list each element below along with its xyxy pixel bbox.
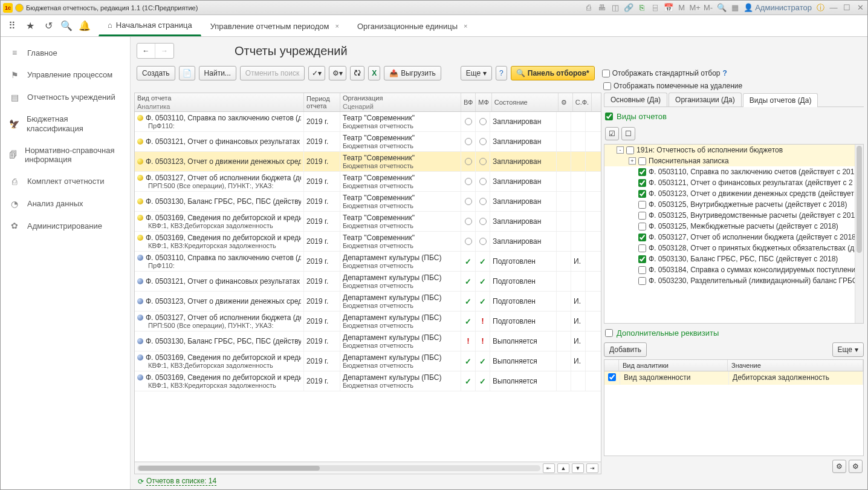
add-attr-button[interactable]: Добавить (604, 342, 647, 357)
tree-row[interactable]: Ф. 0503125, Внутрибюджетные расчеты (дей… (604, 199, 863, 210)
table-row[interactable]: Ф. 0503169, Сведения по дебиторской и кр… (135, 351, 601, 371)
leftnav-item-4[interactable]: 🗐Нормативно-справочная информация (1, 140, 130, 171)
maximize-icon[interactable]: ☐ (842, 3, 852, 13)
report-types-section-checkbox[interactable] (605, 113, 613, 120)
more-button[interactable]: Еще ▾ (461, 66, 492, 80)
tree-row[interactable]: Ф. 0503230, Разделительный (ликвидационн… (604, 275, 863, 286)
cancel-search-button[interactable]: Отменить поиск (240, 66, 305, 80)
refresh-status-icon[interactable]: ⟳ (138, 477, 144, 486)
tree-checkbox[interactable] (638, 277, 646, 285)
h-scrollbar[interactable] (137, 465, 540, 471)
leftnav-item-3[interactable]: 🦅Бюджетная классификация (1, 108, 130, 139)
leftnav-item-5[interactable]: ⎙Комплект отчетности (1, 171, 130, 193)
tree-row[interactable]: Ф. 0503184, Справка о суммах консолидиру… (604, 264, 863, 275)
search-icon[interactable]: 🔍 (57, 15, 76, 36)
tree-row[interactable]: +Пояснительная записка (604, 155, 863, 166)
nav-up-icon[interactable]: ▲ (557, 463, 569, 473)
leftnav-item-0[interactable]: ≡Главное (1, 42, 130, 64)
tree-checkbox[interactable] (626, 146, 634, 154)
tree-checkbox[interactable] (638, 266, 646, 274)
m-plus-icon[interactable]: M+ (690, 3, 700, 13)
tree-expand-icon[interactable]: + (629, 157, 636, 165)
bell-icon[interactable]: 🔔 (76, 15, 94, 36)
checklist-icon[interactable]: ✓▾ (308, 66, 325, 80)
favorite-icon[interactable]: ★ (21, 15, 39, 36)
tree-row[interactable]: -191н: Отчетность об исполнении бюджетов (604, 145, 863, 155)
app-menu-dropdown-icon[interactable] (15, 4, 24, 12)
grid-icon[interactable]: ▦ (730, 3, 740, 13)
export-button[interactable]: 📤 Выгрузить (384, 66, 441, 80)
tree-check-all-icon[interactable]: ☑ (605, 127, 619, 140)
tree-checkbox[interactable] (638, 223, 646, 230)
minimize-icon[interactable]: — (829, 3, 838, 13)
excel-icon[interactable]: X (368, 66, 380, 80)
table-row[interactable]: Ф. 0503121, Отчет о финансовых результат… (135, 272, 601, 292)
leftnav-item-1[interactable]: ⚑Управление процессом (1, 64, 130, 87)
attr-row-checkbox[interactable] (608, 373, 616, 381)
table-row[interactable]: Ф. 0503123, Отчет о движении денежных ср… (135, 292, 601, 312)
table-row[interactable]: Ф. 0503121, Отчет о финансовых результат… (135, 132, 601, 152)
tree-row[interactable]: Ф. 0503128, Отчет о принятых бюджетных о… (604, 243, 863, 253)
nav-first-icon[interactable]: ⇤ (543, 463, 555, 473)
table-row[interactable]: Ф. 0503130, Баланс ГРБС, РБС, ПБС (дейст… (135, 332, 601, 351)
rp-tab-0[interactable]: Основные (Да) (604, 93, 667, 106)
calc-icon[interactable]: ⌸ (650, 3, 660, 13)
table-row[interactable]: Ф. 0503169, Сведения по дебиторской и кр… (135, 232, 601, 252)
tree-checkbox[interactable] (638, 234, 646, 241)
link-icon[interactable]: 🔗 (624, 3, 633, 13)
nav-last-icon[interactable]: ⇥ (586, 463, 598, 473)
tree-checkbox[interactable] (638, 201, 646, 209)
tree-row[interactable]: Ф. 0503123, Отчет о движении денежных ср… (604, 188, 863, 199)
tree-checkbox[interactable] (638, 190, 646, 198)
tree-row[interactable]: Ф. 0503125, Межбюджетные расчеты (действ… (604, 221, 863, 232)
table-row[interactable]: Ф. 0503110, Справка по заключению счетов… (135, 112, 601, 132)
tree-row[interactable]: Ф. 0503130, Баланс ГРБС, РБС, ПБС (дейст… (604, 253, 863, 264)
status-link[interactable]: Отчетов в списке: 14 (146, 477, 216, 486)
table-row[interactable]: Ф. 0503127, Отчет об исполнении бюджета … (135, 172, 601, 192)
printer-icon[interactable]: 🖶 (597, 3, 607, 13)
print-icon[interactable]: ⎙ (584, 3, 594, 13)
close-window-icon[interactable]: ✕ (855, 3, 865, 13)
tab-close-icon[interactable]: × (333, 22, 339, 30)
tree-row[interactable]: Ф. 0503110, Справка по заключению счетов… (604, 166, 863, 177)
tab-close-icon[interactable]: × (461, 22, 467, 30)
leftnav-item-2[interactable]: ▤Отчетность учреждений (1, 87, 130, 109)
leftnav-item-7[interactable]: ✿Администрирование (1, 215, 130, 237)
tree-checkbox[interactable] (638, 179, 646, 187)
zoom-icon[interactable]: 🔍 (717, 3, 727, 13)
tab-0[interactable]: ⌂Начальная страница (99, 15, 201, 36)
nav-forward-button[interactable]: → (155, 44, 173, 58)
help-hint-icon[interactable]: ? (722, 69, 727, 77)
tree-uncheck-all-icon[interactable]: ☐ (621, 127, 635, 140)
create-button[interactable]: Создать (137, 66, 175, 80)
rp-config2-icon[interactable]: ⚙ (849, 460, 863, 473)
tab-2[interactable]: Организационные единицы× (348, 15, 477, 36)
tree-expand-icon[interactable]: - (617, 146, 624, 154)
refresh-sheet-icon[interactable]: 🗘 (350, 66, 364, 80)
rp-config1-icon[interactable]: ⚙ (832, 460, 846, 473)
tree-checkbox[interactable] (638, 212, 646, 220)
table-row[interactable]: Ф. 0503169, Сведения по дебиторской и кр… (135, 371, 601, 391)
tree-checkbox[interactable] (638, 168, 646, 176)
tree-checkbox[interactable] (638, 157, 646, 165)
history-icon[interactable]: ↺ (39, 15, 57, 36)
nav-back-button[interactable]: ← (137, 44, 155, 58)
rp-tab-2[interactable]: Виды отчетов (Да) (743, 93, 818, 107)
nav-down-icon[interactable]: ▼ (572, 463, 584, 473)
tree-checkbox[interactable] (638, 255, 646, 263)
apps-grid-icon[interactable]: ⠿ (3, 15, 21, 36)
extra-attrs-section-checkbox[interactable] (605, 329, 613, 337)
table-row[interactable]: Ф. 0503110, Справка по заключению счетов… (135, 252, 601, 272)
attr-row[interactable]: Вид задолженности Дебиторская задолженно… (604, 371, 863, 385)
tree-row[interactable]: Ф. 0503121, Отчет о финансовых результат… (604, 177, 863, 188)
help-button[interactable]: ? (496, 66, 507, 80)
rp-tab-1[interactable]: Организации (Да) (669, 93, 742, 106)
user-label[interactable]: 👤 Администратор (743, 3, 812, 12)
gear-header-icon[interactable]: ⚙ (561, 99, 570, 106)
tree-checkbox[interactable] (638, 244, 646, 252)
copy-record-icon[interactable]: 📄 (179, 66, 195, 80)
table-row[interactable]: Ф. 0503130, Баланс ГРБС, РБС, ПБС (дейст… (135, 192, 601, 212)
table-row[interactable]: Ф. 0503123, Отчет о движении денежных ср… (135, 152, 601, 172)
tree-row[interactable]: Ф. 0503125, Внутриведомственные расчеты … (604, 210, 863, 221)
attrs-more-button[interactable]: Еще ▾ (832, 342, 864, 357)
